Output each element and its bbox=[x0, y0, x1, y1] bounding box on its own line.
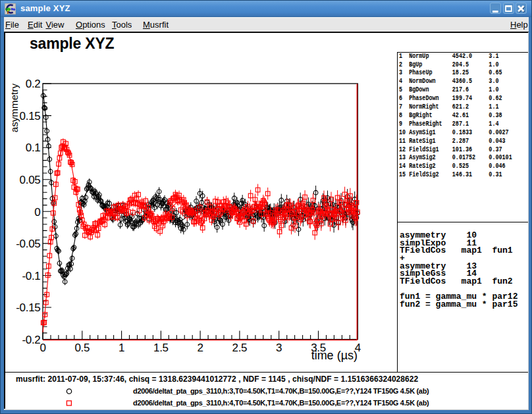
svg-text:asymmetry: asymmetry bbox=[9, 84, 20, 133]
svg-text:0.2: 0.2 bbox=[26, 78, 41, 90]
svg-text:0.05: 0.05 bbox=[20, 174, 41, 186]
svg-text:0.1: 0.1 bbox=[26, 142, 41, 154]
svg-text:-0.1: -0.1 bbox=[22, 270, 40, 282]
svg-text:0.5: 0.5 bbox=[74, 342, 90, 354]
svg-text:time (µs): time (µs) bbox=[311, 349, 358, 362]
svg-text:1.5: 1.5 bbox=[153, 342, 169, 354]
svg-text:0: 0 bbox=[34, 206, 40, 219]
svg-text:0.15: 0.15 bbox=[20, 110, 41, 122]
svg-text:-0.2: -0.2 bbox=[22, 334, 40, 346]
svg-text:-0.15: -0.15 bbox=[16, 301, 40, 314]
svg-text:2: 2 bbox=[198, 342, 203, 354]
svg-text:1: 1 bbox=[119, 342, 124, 354]
svg-text:2.5: 2.5 bbox=[232, 342, 248, 354]
svg-text:3: 3 bbox=[276, 342, 282, 354]
svg-text:-0.05: -0.05 bbox=[16, 238, 40, 250]
svg-text:0: 0 bbox=[40, 342, 45, 354]
